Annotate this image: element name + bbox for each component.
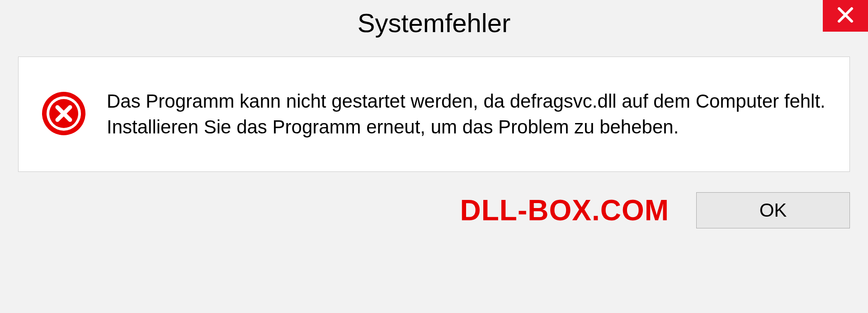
ok-button[interactable]: OK bbox=[696, 192, 850, 228]
error-dialog: Systemfehler Das Programm kann nicht ges… bbox=[0, 0, 868, 313]
close-icon bbox=[836, 6, 854, 26]
watermark-text: DLL-BOX.COM bbox=[460, 194, 670, 227]
close-button[interactable] bbox=[823, 0, 868, 32]
error-icon bbox=[41, 91, 86, 138]
title-bar: Systemfehler bbox=[0, 0, 868, 45]
error-message: Das Programm kann nicht gestartet werden… bbox=[107, 89, 827, 140]
dialog-title: Systemfehler bbox=[358, 8, 510, 38]
content-area: Das Programm kann nicht gestartet werden… bbox=[18, 57, 850, 172]
dialog-footer: DLL-BOX.COM OK bbox=[0, 185, 868, 242]
